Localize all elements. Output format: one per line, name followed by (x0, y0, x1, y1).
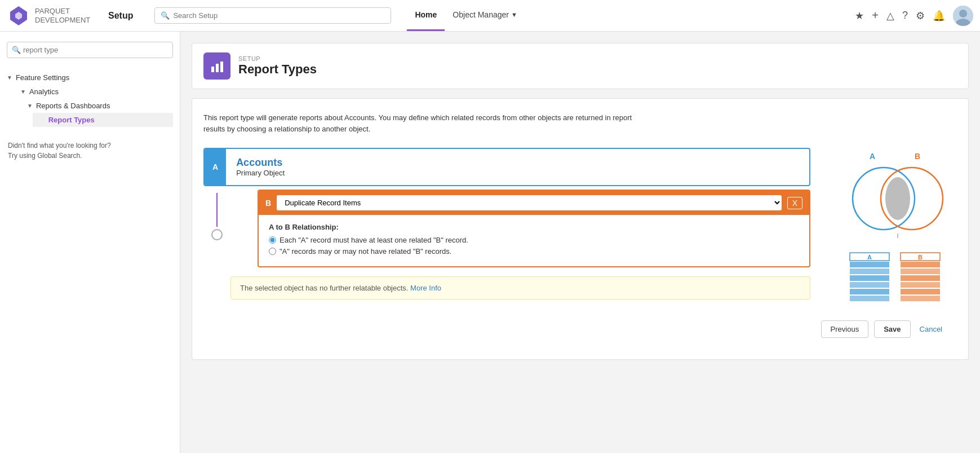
setup-label: Setup (108, 11, 133, 21)
venn-panel: A B (833, 148, 957, 304)
reports-dashboards-header[interactable]: ▼ Reports & Dashboards (24, 99, 173, 113)
sidebar-search-wrapper: 🔍 (7, 42, 173, 58)
tab-home[interactable]: Home (407, 0, 445, 31)
sidebar: 🔍 ▼ Feature Settings ▼ Analytics (0, 32, 180, 453)
sidebar-subsection-analytics: ▼ Analytics ▼ Reports & Dashboards Repor… (7, 85, 173, 127)
setup-header-title: Report Types (238, 62, 317, 77)
svg-rect-25 (901, 269, 940, 274)
chevron-down-icon: ▼ (7, 74, 12, 81)
svg-rect-21 (850, 296, 889, 301)
radio-option-1-label: Each "A" record must have at least one r… (280, 236, 468, 244)
search-icon: 🔍 (161, 11, 170, 20)
svg-rect-26 (901, 275, 940, 281)
object-a-content: Accounts Primary Object (226, 149, 809, 185)
object-a-label: A (205, 149, 226, 185)
logo-line2: DEVELOPMENT (35, 16, 90, 25)
sidebar-search-icon: 🔍 (12, 46, 21, 54)
svg-point-11 (885, 177, 910, 220)
chevron-down-icon: ▼ (511, 11, 517, 18)
analytics-label: Analytics (29, 87, 59, 96)
feature-settings-header[interactable]: ▼ Feature Settings (7, 71, 173, 85)
object-b-header: B Duplicate Record Items X (259, 191, 809, 215)
object-b-box: B Duplicate Record Items X A to B Relati… (258, 190, 810, 267)
connector-circle (211, 229, 223, 240)
svg-rect-24 (901, 262, 940, 267)
svg-text:B: B (918, 254, 923, 261)
search-input[interactable] (173, 11, 385, 20)
radio-option-2: "A" records may or may not have related … (269, 247, 799, 256)
object-a-title: Accounts (236, 157, 799, 169)
svg-rect-6 (211, 67, 214, 72)
top-nav: PARQUET DEVELOPMENT Setup 🔍 Home Object … (0, 0, 980, 32)
bell-icon[interactable]: 🔔 (933, 10, 945, 22)
b-connector-layout: B Duplicate Record Items X A to B Relati… (203, 187, 810, 267)
venn-b-label: B (915, 152, 920, 161)
sidebar-section-feature-settings: ▼ Feature Settings ▼ Analytics ▼ Reports… (0, 67, 180, 128)
object-a-box: A Accounts Primary Object (203, 148, 810, 186)
info-box-text: The selected object has no further relat… (240, 284, 408, 292)
b-left-line (203, 187, 230, 240)
svg-rect-8 (220, 61, 223, 72)
object-b-wrapper: B Duplicate Record Items X A to B Relati… (258, 190, 810, 267)
bar-chart-icon (210, 59, 224, 73)
svg-rect-7 (216, 64, 219, 72)
content-area: SETUP Report Types This report type will… (180, 32, 980, 453)
object-b-label: B (265, 199, 271, 208)
top-nav-right: ★ + △ ? ⚙ 🔔 (855, 6, 973, 26)
logo-area: PARQUET DEVELOPMENT (7, 4, 97, 28)
save-button[interactable]: Save (874, 320, 910, 338)
object-a-subtitle: Primary Object (236, 169, 799, 177)
svg-rect-16 (850, 262, 889, 267)
diagram-container: A Accounts Primary Object (203, 148, 957, 304)
sidebar-items-list: Report Types (24, 113, 173, 127)
svg-rect-18 (850, 275, 889, 281)
reports-dashboards-label: Reports & Dashboards (36, 102, 110, 110)
chevron-down-icon: ▼ (20, 89, 26, 95)
radio-required[interactable] (269, 236, 276, 244)
object-b-select[interactable]: Duplicate Record Items (277, 195, 782, 210)
cancel-button[interactable]: Cancel (916, 321, 946, 337)
gear-icon[interactable]: ⚙ (916, 10, 925, 22)
connector-vertical-line (216, 193, 218, 227)
sidebar-subsection-reports: ▼ Reports & Dashboards Report Types (17, 99, 173, 127)
radio-option-2-label: "A" records may or may not have related … (280, 247, 451, 256)
objects-panel: A Accounts Primary Object (203, 148, 810, 300)
svg-rect-19 (850, 282, 889, 288)
svg-rect-20 (850, 289, 889, 294)
nav-tabs: Home Object Manager ▼ (407, 0, 525, 31)
more-info-link[interactable]: More Info (410, 284, 441, 292)
object-b-close-button[interactable]: X (787, 197, 802, 209)
help-icon[interactable]: ? (902, 10, 908, 21)
setup-header-subtitle: SETUP (238, 55, 317, 62)
sidebar-nav: ▼ Feature Settings ▼ Analytics ▼ Reports… (0, 63, 180, 133)
previous-button[interactable]: Previous (821, 320, 869, 338)
setup-header-card: SETUP Report Types (192, 43, 969, 89)
table-diagram: A B (839, 247, 951, 304)
relationship-title: A to B Relationship: (269, 223, 799, 231)
logo-line1: PARQUET (35, 7, 90, 16)
add-icon[interactable]: + (872, 9, 879, 22)
tab-object-manager[interactable]: Object Manager ▼ (445, 0, 525, 31)
radio-optional[interactable] (269, 248, 276, 255)
analytics-header[interactable]: ▼ Analytics (17, 85, 173, 99)
main-layout: 🔍 ▼ Feature Settings ▼ Analytics (0, 32, 980, 453)
description-text: This report type will generate reports a… (203, 112, 654, 134)
search-bar: 🔍 (154, 7, 391, 24)
svg-rect-27 (901, 282, 940, 288)
sidebar-item-report-types[interactable]: Report Types (33, 113, 173, 127)
logo-icon (7, 4, 30, 28)
trailhead-icon[interactable]: △ (886, 10, 894, 22)
setup-header-info: SETUP Report Types (238, 55, 317, 77)
logo-text: PARQUET DEVELOPMENT (35, 7, 90, 24)
sidebar-search-input[interactable] (23, 46, 168, 54)
svg-text:A: A (867, 254, 872, 261)
radio-option-1: Each "A" record must have at least one r… (269, 236, 799, 244)
svg-rect-29 (901, 296, 940, 301)
feature-settings-label: Feature Settings (16, 73, 69, 82)
info-box: The selected object has no further relat… (230, 276, 810, 300)
star-icon[interactable]: ★ (855, 10, 864, 22)
footer-bar: Previous Save Cancel (203, 313, 957, 346)
svg-rect-17 (850, 269, 889, 274)
avatar[interactable] (953, 6, 973, 26)
svg-rect-28 (901, 289, 940, 294)
